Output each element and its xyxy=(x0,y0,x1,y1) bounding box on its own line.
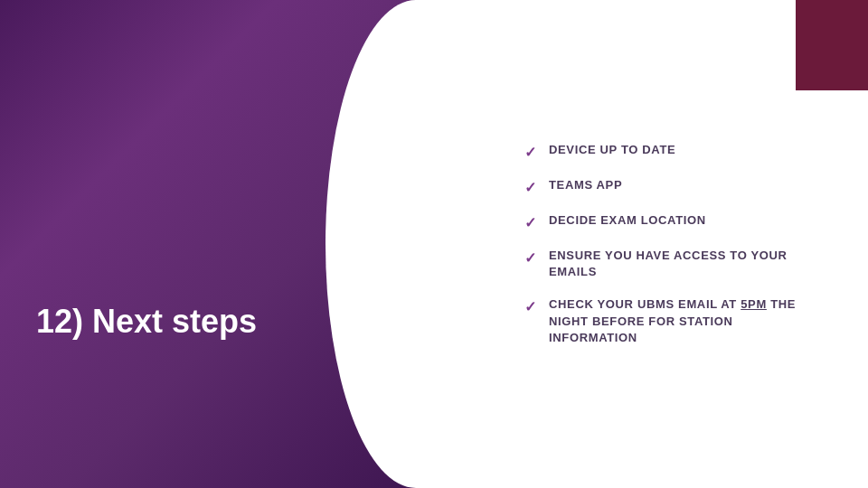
text-prefix: CHECK YOUR UBMS EMAIL AT xyxy=(549,297,741,311)
slide: 12) Next steps ✓ DEVICE UP TO DATE ✓ TEA… xyxy=(0,0,868,488)
list-item: ✓ DEVICE UP TO DATE xyxy=(524,142,814,161)
checklist-item-label: ENSURE YOU HAVE ACCESS TO YOUR EMAILS xyxy=(549,248,814,280)
checklist-item-label: CHECK YOUR UBMS EMAIL AT 5PM THE NIGHT B… xyxy=(549,296,814,346)
list-item: ✓ TEAMS APP xyxy=(524,177,814,196)
list-item: ✓ CHECK YOUR UBMS EMAIL AT 5PM THE NIGHT… xyxy=(524,296,814,346)
list-item: ✓ ENSURE YOU HAVE ACCESS TO YOUR EMAILS xyxy=(524,248,814,280)
list-item: ✓ DECIDE EXAM LOCATION xyxy=(524,212,814,231)
checkmark-icon: ✓ xyxy=(524,214,536,231)
checkmark-icon: ✓ xyxy=(524,298,536,315)
checklist-item-label: DECIDE EXAM LOCATION xyxy=(549,212,706,229)
slide-title: 12) Next steps xyxy=(36,301,257,343)
left-panel: 12) Next steps xyxy=(0,0,434,488)
checkmark-icon: ✓ xyxy=(524,144,536,161)
checkmark-icon: ✓ xyxy=(524,249,536,267)
checkmark-icon: ✓ xyxy=(524,179,536,196)
top-right-accent-box xyxy=(796,0,868,90)
checklist-item-label: TEAMS APP xyxy=(549,177,622,193)
checklist: ✓ DEVICE UP TO DATE ✓ TEAMS APP ✓ DECIDE… xyxy=(524,142,814,346)
text-bold-underline: 5PM xyxy=(741,297,767,311)
checklist-item-label: DEVICE UP TO DATE xyxy=(549,142,675,158)
